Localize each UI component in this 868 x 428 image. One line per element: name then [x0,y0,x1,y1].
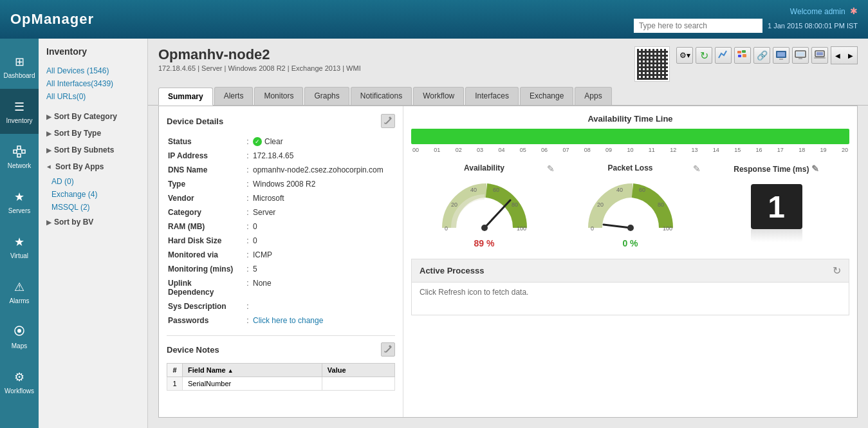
search-input[interactable] [634,19,762,33]
detail-row-monitoring-mins: Monitoring (mins) : 5 [167,262,395,276]
svg-rect-25 [385,347,391,352]
tab-notifications[interactable]: Notifications [351,87,412,105]
map-button[interactable] [734,47,751,64]
chevron-right-icon: ▶ [46,147,51,154]
main-content: Opmanhv-node2 172.18.4.65 | Server | Win… [148,39,868,428]
detail-row-hdd: Hard Disk Size : 0 [167,234,395,248]
nav-link-all-devices[interactable]: All Devices (1546) [39,64,147,77]
svg-text:40: 40 [470,187,477,193]
svg-text:100: 100 [517,225,526,232]
nav-section-sort-by-category[interactable]: ▶ Sort By Category [39,108,147,125]
active-process-refresh-icon[interactable]: ↻ [833,265,841,277]
tab-graphs[interactable]: Graphs [304,87,349,105]
packet-loss-edit-icon[interactable]: ✎ [693,163,701,174]
svg-text:60: 60 [639,187,645,193]
chevron-right-icon: ▶ [46,113,51,120]
nav-sub-exchange[interactable]: Exchange (4) [39,188,147,201]
device-details-edit-button[interactable] [381,114,395,128]
tab-apps[interactable]: Apps [575,87,611,105]
svg-point-8 [17,329,21,333]
change-password-link[interactable]: Click here to change [253,316,323,325]
svg-rect-20 [817,52,823,55]
next-button[interactable]: ▶ [844,47,857,64]
svg-text:0: 0 [591,225,594,232]
nav-arrows: ◀ ▶ [831,46,858,64]
sidebar-item-servers[interactable]: ★ Servers [0,179,39,224]
sidebar-item-workflows[interactable]: ⚙ Workflows [0,359,39,404]
device-details-title: Device Details [167,114,395,128]
tab-workflow[interactable]: Workflow [413,87,464,105]
timestamp: 1 Jan 2015 08:00:01 PM IST [768,22,858,30]
nav-section-sort-by-bv[interactable]: ▶ Sort by BV [39,214,147,230]
device-notes-edit-button[interactable] [381,342,395,357]
response-reflection [751,229,802,242]
qr-pattern [637,49,668,80]
detail-row-uplink: UplinkDependency : None [167,276,395,299]
inventory-icon: ☰ [12,99,27,115]
availability-edit-icon[interactable]: ✎ [547,163,555,174]
tab-summary[interactable]: Summary [158,88,213,106]
tab-monitors[interactable]: Monitors [254,87,303,105]
charts-panel: Availability Time Line 00 01 02 03 04 05… [403,106,857,417]
monitor-icon [795,49,806,62]
response-time-section: Response Time (ms) ✎ 1 [703,163,849,242]
device-details-table: Status : Clear IP Address : 172.18.4.65 [167,135,395,328]
nav-section-sort-by-apps[interactable]: ▼ Sort By Apps [39,158,147,175]
graph-button[interactable] [715,47,732,64]
detail-row-ip: IP Address : 172.18.4.65 [167,149,395,163]
detail-row-sysdesc: Sys Description : [167,299,395,313]
availability-title: Availability Time Line [411,114,849,124]
response-edit-icon[interactable]: ✎ [811,163,819,174]
svg-rect-3 [17,154,21,157]
laptop-icon [814,49,826,62]
sidebar-item-inventory[interactable]: ☰ Inventory [0,89,39,134]
device-name: Opmanhv-node2 [158,46,361,63]
svg-line-4 [17,147,17,151]
svg-rect-17 [797,52,804,56]
settings-button[interactable]: ⚙▾ [676,47,693,64]
nav-link-all-interfaces[interactable]: All Interfaces(3439) [39,77,147,90]
detail-row-ram: RAM (MB) : 0 [167,219,395,234]
monitor-button[interactable] [792,47,809,64]
svg-rect-2 [22,150,25,153]
app-logo: OpManager [10,11,94,28]
detail-row-category: Category : Server [167,205,395,219]
availability-gauge-title: Availability [464,163,504,172]
svg-text:80: 80 [658,201,664,208]
device-title-section: Opmanhv-node2 172.18.4.65 | Server | Win… [158,46,361,72]
workflows-icon: ⚙ [12,369,27,385]
sidebar-item-network[interactable]: Network [0,134,39,179]
tab-alerts[interactable]: Alerts [214,87,254,105]
nav-sub-mssql[interactable]: MSSQL (2) [39,201,147,214]
nav-sub-ad[interactable]: AD (0) [39,175,147,188]
detail-row-passwords: Passwords : Click here to change [167,313,395,328]
svg-rect-0 [14,150,17,153]
nav-link-all-urls[interactable]: All URLs(0) [39,90,147,103]
svg-text:100: 100 [663,225,672,232]
prev-button[interactable]: ◀ [831,47,844,64]
nav-section-sort-by-type[interactable]: ▶ Sort By Type [39,125,147,142]
map-icon [737,49,748,62]
sidebar-item-virtual[interactable]: ★ Virtual [0,224,39,269]
dashboard-icon: ⊞ [12,54,27,70]
sidebar-item-maps[interactable]: Maps [0,314,39,359]
timeline-labels: 00 01 02 03 04 05 06 07 08 09 10 11 12 1… [411,147,849,153]
main-layout: ⊞ Dashboard ☰ Inventory Network [0,39,868,428]
device-notes-panel: Device Notes [167,335,395,391]
svg-rect-15 [779,59,783,60]
sidebar-item-dashboard[interactable]: ⊞ Dashboard [0,44,39,89]
refresh-button[interactable]: ↻ [696,47,712,64]
remote-button[interactable] [773,47,790,64]
availability-section: Availability Time Line 00 01 02 03 04 05… [411,114,849,153]
svg-text:20: 20 [451,201,457,208]
tab-interfaces[interactable]: Interfaces [465,87,519,105]
nav-section-sort-by-subnets[interactable]: ▶ Sort By Subnets [39,142,147,158]
sidebar-item-alarms[interactable]: ⚠ Alarms [0,269,39,314]
welcome-text: Welcome admin ✱ [790,6,858,16]
tabs-bar: Summary Alerts Monitors Graphs Notificat… [148,82,868,106]
link-button[interactable]: 🔗 [753,47,770,64]
laptop-button[interactable] [811,47,828,64]
svg-rect-21 [814,57,826,59]
tab-exchange[interactable]: Exchange [520,87,573,105]
virtual-icon: ★ [12,234,27,250]
